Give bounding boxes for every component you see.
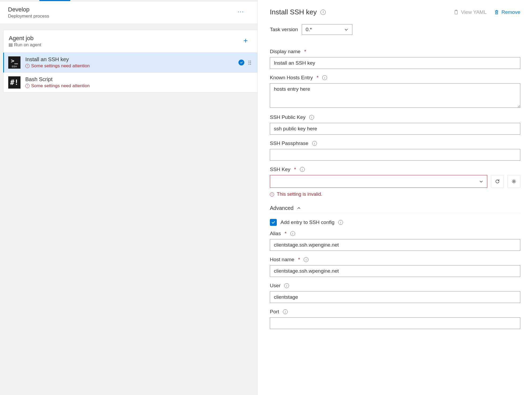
info-icon[interactable]: i [300, 167, 305, 172]
info-icon[interactable]: i [284, 283, 289, 288]
add-entry-label: Add entry to SSH config [281, 219, 335, 225]
ssh-public-key-label: SSH Public Key i [270, 114, 520, 120]
ssh-public-key-input[interactable] [270, 123, 520, 135]
remove-button[interactable]: Remove [494, 9, 520, 15]
stage-title: Develop [8, 6, 49, 13]
task-warning: ! Some settings need attention [25, 63, 90, 69]
agent-job-header[interactable]: Agent job Run on agent + [3, 30, 257, 53]
task-check-badge [238, 60, 244, 65]
user-input[interactable] [270, 291, 520, 303]
left-pane: Develop Deployment process ··· Agent job… [0, 0, 258, 395]
info-icon[interactable]: i [322, 75, 327, 80]
info-icon[interactable]: i [320, 10, 326, 15]
user-label: User i [270, 283, 520, 289]
port-input[interactable] [270, 317, 520, 329]
refresh-icon [495, 179, 500, 184]
known-hosts-label: Known Hosts Entry* i [270, 75, 520, 81]
task-warning-text: Some settings need attention [31, 83, 90, 89]
check-icon [240, 61, 243, 64]
agent-job-subtitle-text: Run on agent [14, 42, 41, 48]
right-pane: Install SSH key i View YAML Remove Task … [258, 0, 532, 395]
port-label: Port i [270, 309, 520, 315]
warning-icon: ! [25, 84, 30, 88]
chevron-up-icon [297, 206, 301, 210]
info-icon[interactable]: i [338, 220, 343, 225]
info-icon[interactable]: i [290, 231, 295, 236]
task-item-install-ssh-key[interactable]: Install an SSH key ! Some settings need … [3, 53, 257, 73]
alias-input[interactable] [270, 239, 520, 251]
known-hosts-input[interactable] [270, 83, 520, 108]
task-title: Bash Script [25, 76, 90, 82]
info-icon[interactable]: i [304, 257, 308, 262]
panel-title: Install SSH key i [270, 8, 326, 16]
trash-icon [494, 10, 499, 15]
add-task-button[interactable]: + [244, 35, 250, 45]
remove-label: Remove [501, 9, 520, 15]
refresh-button[interactable] [491, 175, 504, 188]
error-icon: ! [270, 192, 274, 197]
ssh-key-error: ! This setting is invalid. [270, 192, 520, 197]
warning-icon: ! [25, 64, 30, 68]
ssh-passphrase-input[interactable] [270, 149, 520, 161]
gear-icon [511, 179, 517, 184]
advanced-label: Advanced [270, 205, 294, 211]
agent-job-subtitle: Run on agent [9, 42, 41, 48]
agent-job-title: Agent job [9, 35, 41, 42]
stage-subtitle: Deployment process [8, 14, 49, 19]
chevron-down-icon [479, 179, 483, 184]
task-version-label: Task version [270, 27, 298, 32]
info-icon[interactable]: i [283, 309, 288, 314]
view-yaml-button: View YAML [453, 9, 486, 15]
ssh-key-label: SSH Key* i [270, 167, 520, 172]
stage-header[interactable]: Develop Deployment process ··· [0, 1, 257, 24]
ssh-passphrase-label: SSH Passphrase i [270, 140, 520, 146]
hostname-label: Host name* i [270, 257, 520, 263]
panel-title-text: Install SSH key [270, 8, 317, 16]
task-version-value: 0.* [306, 27, 312, 32]
task-item-bash-script[interactable]: #! Bash Script ! Some settings need atte… [3, 73, 257, 93]
task-warning-text: Some settings need attention [31, 63, 90, 69]
display-name-input[interactable] [270, 57, 520, 69]
task-title: Install an SSH key [25, 56, 90, 63]
drag-handle[interactable] [249, 61, 251, 65]
info-icon[interactable]: i [309, 115, 314, 120]
ssh-task-icon [8, 56, 20, 69]
settings-button[interactable] [508, 175, 520, 188]
advanced-section-toggle[interactable]: Advanced [270, 205, 520, 213]
server-icon [9, 43, 13, 47]
clipboard-icon [453, 10, 459, 15]
view-yaml-label: View YAML [461, 9, 486, 15]
task-warning: ! Some settings need attention [25, 83, 90, 89]
alias-label: Alias* i [270, 231, 520, 236]
display-name-label: Display name* [270, 49, 520, 55]
svg-rect-2 [9, 46, 12, 47]
chevron-down-icon [344, 27, 348, 32]
svg-rect-1 [9, 45, 12, 45]
more-menu-button[interactable]: ··· [238, 6, 249, 15]
task-version-select[interactable]: 0.* [302, 24, 352, 35]
svg-point-5 [513, 181, 515, 182]
check-icon [271, 220, 275, 224]
info-icon[interactable]: i [312, 141, 317, 146]
add-entry-checkbox[interactable] [270, 219, 277, 226]
hostname-input[interactable] [270, 265, 520, 277]
ssh-key-error-text: This setting is invalid. [277, 192, 322, 197]
ssh-key-select[interactable] [270, 175, 487, 188]
svg-rect-0 [9, 44, 12, 44]
bash-task-icon: #! [8, 76, 20, 89]
